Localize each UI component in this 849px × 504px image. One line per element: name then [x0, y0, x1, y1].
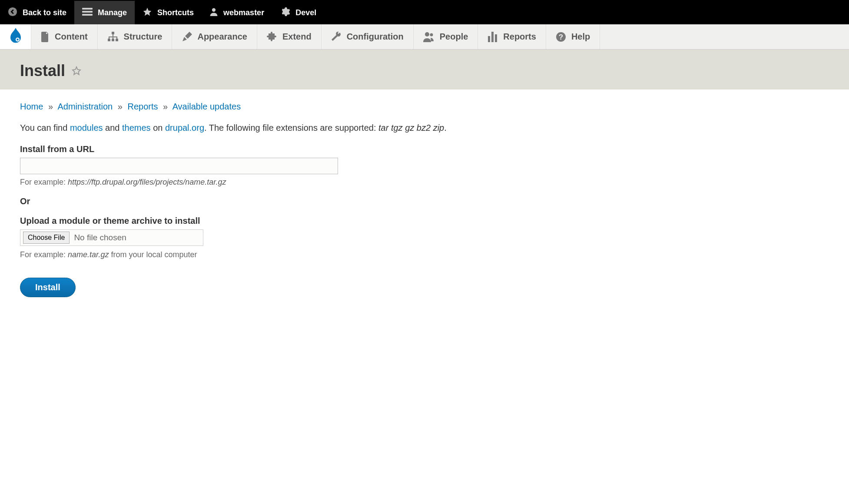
breadcrumb: Home » Administration » Reports » Availa…: [20, 102, 829, 112]
svg-point-4: [212, 8, 216, 11]
upload-label: Upload a module or theme archive to inst…: [20, 216, 829, 226]
url-label: Install from a URL: [20, 144, 829, 154]
svg-point-0: [8, 7, 17, 16]
page-title-text: Install: [20, 62, 65, 80]
back-icon: [8, 7, 17, 19]
user-icon: [209, 7, 218, 19]
nav-people[interactable]: People: [414, 24, 478, 49]
nav-appearance[interactable]: Appearance: [172, 24, 257, 49]
or-text: Or: [20, 196, 829, 206]
nav-people-label: People: [440, 32, 468, 42]
nav-reports-label: Reports: [503, 32, 536, 42]
nav-content-label: Content: [55, 32, 88, 42]
drupal-org-link[interactable]: drupal.org: [165, 123, 204, 133]
nav-reports[interactable]: Reports: [478, 24, 546, 49]
svg-rect-2: [82, 11, 93, 13]
svg-text:?: ?: [559, 33, 563, 41]
extensions-text: tar tgz gz bz2 zip: [378, 123, 444, 133]
nav-structure-label: Structure: [124, 32, 163, 42]
intro-text: You can find modules and themes on drupa…: [20, 123, 829, 133]
user-label: webmaster: [223, 8, 264, 17]
page-title-area: Install: [0, 50, 849, 90]
svg-rect-9: [112, 39, 114, 41]
manage-toggle[interactable]: Manage: [74, 1, 135, 24]
upload-hint: For example: name.tar.gz from your local…: [20, 250, 829, 259]
breadcrumb-available-updates[interactable]: Available updates: [172, 102, 241, 111]
user-link[interactable]: webmaster: [202, 1, 272, 24]
back-label: Back to site: [23, 8, 66, 17]
svg-rect-15: [495, 34, 497, 42]
favorite-star-icon[interactable]: [71, 62, 82, 80]
manage-label: Manage: [98, 8, 127, 17]
back-to-site-link[interactable]: Back to site: [0, 1, 74, 24]
devel-label: Devel: [295, 8, 316, 17]
nav-extend[interactable]: Extend: [257, 24, 322, 49]
page-title: Install: [20, 62, 829, 80]
appearance-icon: [182, 32, 192, 42]
star-icon: [143, 7, 152, 19]
manage-menu: Content Structure Appearance Extend Conf…: [0, 24, 849, 50]
help-icon: ?: [556, 32, 566, 42]
svg-rect-10: [116, 39, 118, 41]
nav-extend-label: Extend: [282, 32, 312, 42]
nav-configuration[interactable]: Configuration: [322, 24, 414, 49]
nav-structure[interactable]: Structure: [98, 24, 172, 49]
install-button[interactable]: Install: [20, 278, 76, 297]
shortcuts-label: Shortcuts: [157, 8, 194, 17]
svg-rect-3: [82, 14, 93, 16]
svg-rect-7: [112, 32, 114, 34]
nav-content[interactable]: Content: [31, 24, 98, 49]
content-icon: [41, 32, 50, 42]
breadcrumb-sep: »: [48, 102, 53, 111]
shortcuts-link[interactable]: Shortcuts: [135, 1, 202, 24]
svg-rect-14: [491, 32, 494, 42]
nav-configuration-label: Configuration: [347, 32, 404, 42]
choose-file-button[interactable]: Choose File: [23, 232, 70, 244]
svg-point-12: [430, 33, 433, 36]
nav-help-label: Help: [571, 32, 590, 42]
nav-help[interactable]: ? Help: [546, 24, 600, 49]
admin-toolbar: Back to site Manage Shortcuts webmaster …: [0, 0, 849, 24]
breadcrumb-administration[interactable]: Administration: [58, 102, 113, 111]
configuration-icon: [331, 32, 342, 42]
reports-icon: [488, 32, 498, 42]
devel-link[interactable]: Devel: [272, 1, 324, 24]
gear-icon: [280, 7, 290, 19]
extend-icon: [267, 32, 277, 42]
content-area: Home » Administration » Reports » Availa…: [0, 90, 849, 309]
themes-link[interactable]: themes: [122, 123, 151, 133]
svg-rect-8: [108, 39, 110, 41]
file-status: No file chosen: [74, 233, 126, 242]
svg-point-6: [17, 38, 19, 40]
install-url-input[interactable]: [20, 158, 338, 174]
breadcrumb-reports[interactable]: Reports: [127, 102, 158, 111]
modules-link[interactable]: modules: [70, 123, 103, 133]
breadcrumb-sep: »: [163, 102, 168, 111]
drupal-logo[interactable]: [0, 24, 31, 49]
svg-point-11: [425, 32, 429, 36]
svg-rect-13: [488, 36, 490, 42]
hamburger-icon: [82, 7, 93, 18]
people-icon: [423, 32, 434, 42]
nav-appearance-label: Appearance: [197, 32, 247, 42]
url-hint: For example: https://ftp.drupal.org/file…: [20, 178, 829, 187]
structure-icon: [107, 32, 119, 42]
svg-rect-1: [82, 8, 93, 10]
breadcrumb-sep: »: [118, 102, 123, 111]
file-input[interactable]: Choose File No file chosen: [20, 229, 203, 246]
breadcrumb-home[interactable]: Home: [20, 102, 43, 111]
